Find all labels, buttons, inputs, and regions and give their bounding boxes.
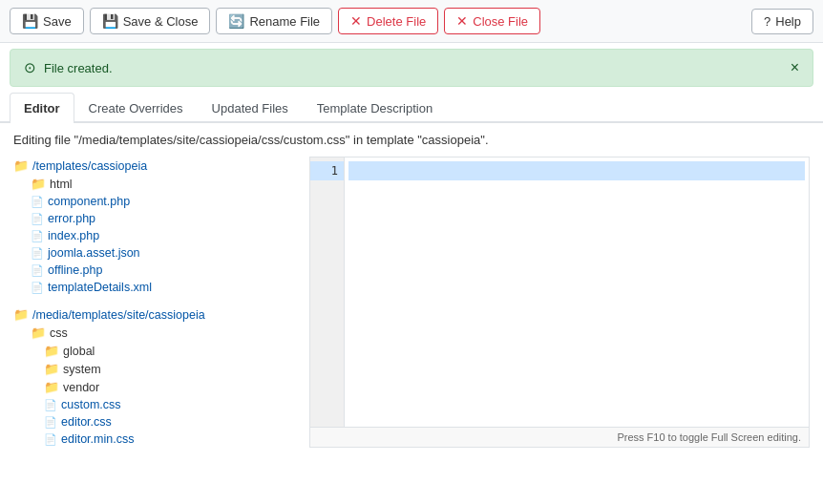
tree-file-template-details[interactable]: 📄 templateDetails.xml <box>31 279 300 296</box>
tree-root-2-label: /media/templates/site/cassiopeia <box>32 308 205 322</box>
editor-text-area[interactable] <box>345 158 809 427</box>
tree-root-2-children: 📁 css 📁 global 📁 system 📁 vendor <box>13 324 300 448</box>
tab-create-overrides[interactable]: Create Overrides <box>74 93 198 123</box>
file-icon-offline: 📄 <box>31 264 44 277</box>
folder-icon-1: 📁 <box>13 158 29 173</box>
rename-icon: 🔄 <box>228 13 244 29</box>
toolbar: 💾 Save 💾 Save & Close 🔄 Rename File ✕ De… <box>0 0 823 43</box>
tree-root-1-children: 📁 html 📄 component.php 📄 error.php 📄 ind… <box>13 175 300 296</box>
alert-close-button[interactable]: × <box>791 60 799 75</box>
tree-folder-css[interactable]: 📁 css <box>31 324 300 342</box>
save-close-label: Save & Close <box>123 14 199 29</box>
tree-folder-html[interactable]: 📁 html <box>31 175 300 193</box>
folder-icon-html: 📁 <box>31 177 46 191</box>
tree-root-1-label: /templates/cassiopeia <box>32 159 147 173</box>
file-icon-error: 📄 <box>31 213 44 225</box>
editor-inner: 1 <box>310 158 809 427</box>
help-label: Help <box>775 14 801 29</box>
alert-message: File created. <box>44 61 113 75</box>
tree-file-component-label: component.php <box>48 195 130 208</box>
folder-icon-global: 📁 <box>44 344 59 358</box>
main-panel: 📁 /templates/cassiopeia 📁 html 📄 compone… <box>13 157 810 448</box>
tree-root-2[interactable]: 📁 /media/templates/site/cassiopeia <box>13 305 300 324</box>
file-icon-joomla-asset: 📄 <box>31 247 44 260</box>
alert-left: ⊙ File created. <box>24 59 113 76</box>
close-file-button[interactable]: ✕ Close File <box>444 8 540 34</box>
tree-file-editor-css-label: editor.css <box>61 415 112 429</box>
delete-icon: ✕ <box>350 13 362 29</box>
delete-button[interactable]: ✕ Delete File <box>338 8 438 34</box>
file-tree: 📁 /templates/cassiopeia 📁 html 📄 compone… <box>13 157 300 448</box>
delete-label: Delete File <box>367 14 426 29</box>
save-label: Save <box>43 14 72 29</box>
alert-check-icon: ⊙ <box>24 59 36 76</box>
tree-file-editor-min-css[interactable]: 📄 editor.min.css <box>44 430 300 448</box>
tree-css-children: 📁 global 📁 system 📁 vendor 📄 custom.css <box>31 342 300 448</box>
close-file-label: Close File <box>473 14 528 29</box>
tree-file-component[interactable]: 📄 component.php <box>31 193 300 210</box>
editor-footer: Press F10 to toggle Full Screen editing. <box>310 427 809 447</box>
tree-file-custom-css-label: custom.css <box>61 398 121 411</box>
folder-icon-vendor: 📁 <box>44 380 59 394</box>
file-icon-component: 📄 <box>31 196 44 208</box>
line-numbers: 1 <box>310 158 345 427</box>
save-icon: 💾 <box>22 13 38 29</box>
tree-file-joomla-asset-label: joomla.asset.json <box>48 246 140 260</box>
editor-cursor-line <box>348 161 805 180</box>
folder-icon-css: 📁 <box>31 326 46 340</box>
tree-file-error-label: error.php <box>48 212 95 225</box>
tabs-bar: Editor Create Overrides Updated Files Te… <box>0 93 823 123</box>
help-icon: ? <box>764 14 770 29</box>
tree-folder-global[interactable]: 📁 global <box>44 342 300 360</box>
tree-folder-vendor-label: vendor <box>63 381 99 394</box>
rename-button[interactable]: 🔄 Rename File <box>216 8 332 34</box>
tree-folder-html-label: html <box>50 178 73 191</box>
tree-folder-css-label: css <box>50 326 68 340</box>
tree-file-custom-css[interactable]: 📄 custom.css <box>44 396 300 413</box>
tree-file-editor-css[interactable]: 📄 editor.css <box>44 413 300 430</box>
save-button[interactable]: 💾 Save <box>10 8 84 34</box>
content-area: Editing file "/media/templates/site/cass… <box>0 123 823 457</box>
file-icon-custom-css: 📄 <box>44 399 57 411</box>
tab-updated-files[interactable]: Updated Files <box>198 93 303 123</box>
tree-folder-system-label: system <box>63 363 101 376</box>
tree-root-1[interactable]: 📁 /templates/cassiopeia <box>13 157 300 175</box>
file-icon-template-details: 📄 <box>31 282 44 294</box>
tree-file-joomla-asset[interactable]: 📄 joomla.asset.json <box>31 244 300 262</box>
editing-info: Editing file "/media/templates/site/cass… <box>13 133 810 147</box>
alert-banner: ⊙ File created. × <box>10 49 813 87</box>
tree-file-template-details-label: templateDetails.xml <box>48 281 152 294</box>
tree-folder-global-label: global <box>63 345 95 358</box>
tree-file-editor-min-css-label: editor.min.css <box>61 432 134 446</box>
tree-folder-system[interactable]: 📁 system <box>44 360 300 378</box>
save-close-icon: 💾 <box>102 13 118 29</box>
tab-template-description[interactable]: Template Description <box>303 93 447 123</box>
save-close-button[interactable]: 💾 Save & Close <box>90 8 211 34</box>
file-icon-editor-min-css: 📄 <box>44 433 57 446</box>
file-icon-index: 📄 <box>31 230 44 242</box>
tree-file-offline-label: offline.php <box>48 263 102 277</box>
rename-label: Rename File <box>249 14 320 29</box>
help-button[interactable]: ? Help <box>751 9 813 34</box>
tree-file-index-label: index.php <box>48 229 99 242</box>
file-icon-editor-css: 📄 <box>44 416 57 429</box>
line-num-1: 1 <box>310 161 344 180</box>
tree-file-offline[interactable]: 📄 offline.php <box>31 262 300 279</box>
tab-editor[interactable]: Editor <box>10 93 74 123</box>
close-file-icon: ✕ <box>456 13 468 29</box>
folder-icon-2: 📁 <box>13 307 29 322</box>
tree-file-index[interactable]: 📄 index.php <box>31 227 300 244</box>
tree-file-error[interactable]: 📄 error.php <box>31 210 300 227</box>
folder-icon-system: 📁 <box>44 362 59 376</box>
editor-panel: 1 Press F10 to toggle Full Screen editin… <box>309 157 810 448</box>
tree-folder-vendor[interactable]: 📁 vendor <box>44 378 300 396</box>
